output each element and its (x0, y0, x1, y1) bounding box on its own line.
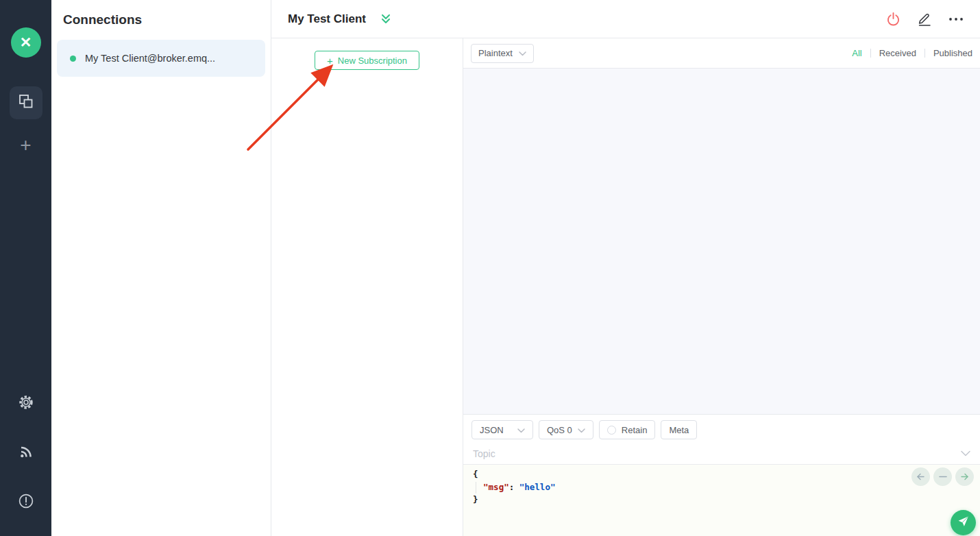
more-options-ellipsis-icon[interactable] (948, 17, 964, 21)
payload-indent (473, 482, 483, 492)
mqttx-app-window: ✕ + (0, 0, 980, 536)
mqttx-logo: ✕ (11, 27, 41, 58)
payload-editor[interactable]: { "msg": "hello" } (463, 465, 980, 536)
retain-toggle[interactable]: Retain (599, 420, 656, 439)
prev-payload-arrow-left-icon[interactable] (911, 467, 930, 486)
qos-dropdown[interactable]: QoS 0 (539, 420, 593, 439)
payload-format-value: Plaintext (478, 48, 513, 58)
main-area: My Test Client (271, 0, 980, 536)
retain-radio-icon (607, 426, 616, 435)
plus-icon: + (20, 134, 31, 156)
meta-button[interactable]: Meta (661, 420, 697, 439)
payload-format-dropdown[interactable]: Plaintext (471, 44, 534, 63)
payload-value: "hello" (519, 482, 556, 492)
payload-close-brace: } (473, 494, 478, 504)
payload-code: { "msg": "hello" } (473, 468, 980, 507)
log-feed-icon[interactable] (17, 443, 35, 461)
chevron-down-icon (578, 425, 585, 435)
messages-toolbar: Plaintext All Received Published (463, 38, 980, 69)
remove-payload-minus-icon[interactable] (933, 467, 952, 486)
nav-connections[interactable] (10, 86, 42, 119)
topic-row (463, 443, 980, 465)
tab-published[interactable]: Published (933, 48, 972, 58)
payload-type-dropdown[interactable]: JSON (471, 420, 533, 439)
publish-block: JSON QoS 0 (463, 414, 980, 536)
send-message-button[interactable] (951, 510, 976, 535)
header-actions (886, 11, 964, 27)
chevron-down-icon (519, 48, 526, 58)
collapse-publish-chevron-icon[interactable] (961, 450, 970, 456)
connections-panel-title: Connections (51, 0, 271, 36)
retain-label: Retain (622, 425, 648, 435)
connections-panel: Connections My Test Client@broker.emq... (51, 0, 271, 536)
topic-input[interactable] (473, 448, 961, 459)
payload-type-value: JSON (480, 425, 504, 435)
payload-nav-controls (911, 467, 974, 486)
chevron-down-icon (517, 425, 525, 435)
next-payload-arrow-right-icon[interactable] (955, 467, 974, 486)
expand-connection-chevron-icon[interactable] (379, 13, 393, 25)
app-rail: ✕ + (0, 0, 51, 536)
subscriptions-column: + New Subscription (271, 38, 463, 536)
qos-value: QoS 0 (547, 425, 572, 435)
tab-divider (924, 49, 925, 58)
settings-gear-icon[interactable] (16, 393, 36, 412)
payload-open-brace: { (473, 469, 478, 479)
tab-received[interactable]: Received (879, 48, 916, 58)
paper-plane-icon (957, 515, 970, 531)
edit-pencil-icon[interactable] (917, 11, 932, 27)
publish-toolbar: JSON QoS 0 (463, 415, 980, 443)
connection-title: My Test Client (288, 12, 366, 26)
messages-panel: Plaintext All Received Published (463, 38, 980, 536)
rail-bottom-group (16, 393, 36, 536)
about-info-icon[interactable] (16, 491, 36, 511)
plus-icon: + (327, 56, 333, 66)
connection-status-dot (70, 56, 76, 62)
tab-all[interactable]: All (852, 48, 861, 58)
connection-header: My Test Client (271, 0, 980, 38)
message-filter-tabs: All Received Published (852, 48, 972, 58)
connection-list-item[interactable]: My Test Client@broker.emq... (57, 40, 265, 77)
payload-colon: : (509, 482, 519, 492)
connection-name: My Test Client@broker.emq... (85, 53, 215, 64)
overlapping-squares-icon (17, 93, 35, 113)
new-subscription-button[interactable]: + New Subscription (315, 51, 419, 70)
meta-label: Meta (669, 425, 689, 435)
message-list-empty (463, 69, 980, 414)
tab-divider (870, 49, 871, 58)
indent-guide (476, 482, 476, 494)
logo-x-glyph: ✕ (20, 34, 32, 51)
new-subscription-label: New Subscription (338, 56, 407, 66)
main-body: + New Subscription Plaintext All (271, 38, 980, 536)
disconnect-power-icon[interactable] (886, 12, 901, 27)
new-connection-button[interactable]: + (20, 136, 31, 155)
payload-key: "msg" (483, 482, 509, 492)
